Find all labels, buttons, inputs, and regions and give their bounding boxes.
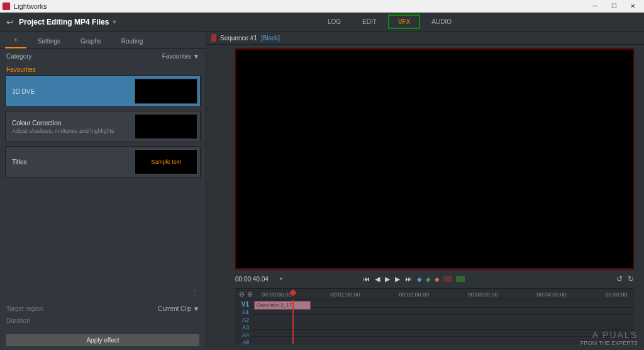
expand-icon[interactable]: › (0, 282, 206, 299)
playhead-line (292, 300, 294, 344)
tab-vfx[interactable]: VFX (388, 14, 420, 29)
time-mark: 00:05:00. (605, 291, 629, 298)
track-label-a3[interactable]: A3 (235, 324, 252, 331)
track-label-a4[interactable]: A4 (235, 331, 252, 339)
sequence-name: Sequence #1 (220, 35, 257, 42)
sequence-header: Sequence #1 [Black] (206, 31, 644, 45)
step-forward-button[interactable]: ▶ (395, 275, 400, 283)
apply-effect-button[interactable]: Apply effect (6, 334, 199, 346)
top-toolbar: ↩ Project Editing MP4 Files ▼ LOG EDIT V… (0, 13, 644, 31)
track-label-a2[interactable]: A2 (235, 316, 252, 324)
zoom-out-icon[interactable]: ⊖ (239, 290, 245, 298)
loop-button[interactable]: ↺ (616, 274, 623, 283)
mode-tabs: LOG EDIT VFX AUDIO (318, 14, 462, 29)
effect-thumbnail (135, 79, 197, 104)
window-titlebar: Lightworks ─ ☐ ✕ (0, 0, 644, 13)
project-dropdown-icon[interactable]: ▼ (111, 19, 117, 25)
playback-bar: 00:00:40.04 ▼ ⏮ ◀ ▶ ▶ ⏭ ◆ ◆ ◆ (206, 272, 644, 286)
track-row-a4[interactable] (252, 330, 634, 337)
track-label-v1[interactable]: V1 (235, 300, 252, 308)
sequence-marker-icon (211, 34, 216, 42)
back-icon[interactable]: ↩ (6, 17, 14, 27)
sample-text: Sample text (151, 159, 181, 165)
time-mark: 00:04:00.00 (536, 291, 567, 298)
tab-log[interactable]: LOG (318, 14, 351, 29)
target-region-row: Target region Current Clip ▼ (6, 303, 199, 315)
loop-controls: ↺ ↻ (616, 274, 634, 283)
mark-out-range-button[interactable] (456, 276, 465, 282)
time-mark: 00:03:00.00 (468, 291, 498, 298)
track-rows[interactable]: Calculator 2_17 (252, 300, 634, 344)
minimize-button[interactable]: ─ (586, 1, 604, 12)
app-body: ↩ Project Editing MP4 Files ▼ LOG EDIT V… (0, 13, 644, 350)
marker-controls: ◆ ◆ ◆ (417, 276, 465, 283)
close-button[interactable]: ✕ (624, 1, 641, 12)
timecode-display: 00:00:40.04 (235, 276, 269, 283)
category-row: Category Favourites ▼ (0, 49, 206, 64)
track-row-a3[interactable] (252, 322, 634, 330)
project-title[interactable]: Project Editing MP4 Files (19, 18, 109, 26)
transport-controls: ⏮ ◀ ▶ ▶ ⏭ ◆ ◆ ◆ (363, 275, 465, 283)
track-row-all[interactable] (252, 337, 634, 344)
tab-edit[interactable]: EDIT (352, 14, 387, 29)
play-button[interactable]: ▶ (385, 275, 390, 283)
sequence-black-label: [Black] (261, 35, 280, 42)
target-region-dropdown[interactable]: Current Clip ▼ (158, 305, 199, 312)
effects-panel: + Settings Graphs Routing Category Favou… (0, 31, 206, 350)
subtab-routing[interactable]: Routing (113, 34, 152, 48)
step-back-button[interactable]: ◀ (375, 275, 380, 283)
timeline-tracks: V1 A1 A2 A3 A4 All Calculator 2_17 (235, 300, 634, 344)
track-row-a1[interactable] (252, 308, 634, 315)
time-mark: 00:01:00.00 (330, 291, 360, 298)
loop-range-button[interactable]: ↻ (628, 274, 634, 283)
effect-3d-dve[interactable]: 3D DVE (5, 76, 201, 107)
subtab-add[interactable]: + (5, 33, 26, 48)
effect-titles[interactable]: Titles Sample text (5, 146, 201, 178)
mark-in-button[interactable]: ◆ (417, 276, 422, 283)
clear-marks-button[interactable]: ◆ (435, 276, 440, 283)
effect-description: Adjust shadows, midtones and highlights (12, 128, 131, 134)
track-row-v1[interactable]: Calculator 2_17 (252, 300, 634, 308)
watermark: A PUALS FROM THE EXPERTS (580, 330, 638, 346)
time-mark: 00:02:00.00 (399, 291, 430, 298)
duration-row: Duration (6, 315, 199, 327)
effect-thumbnail (135, 114, 197, 139)
preview-viewport[interactable] (235, 48, 634, 269)
zoom-in-icon[interactable]: ⊕ (247, 290, 253, 298)
titlebar-left: Lightworks (3, 3, 47, 10)
timeline-ruler[interactable]: ⊖ ⊕ 00:00:00.00 00:01:00.00 00:02:00.00 … (235, 289, 634, 300)
mark-out-button[interactable]: ◆ (426, 276, 431, 283)
time-mark: 00:00:00.00 (262, 291, 292, 298)
timeline: ⊖ ⊕ 00:00:00.00 00:01:00.00 00:02:00.00 … (235, 288, 634, 344)
watermark-subtext: FROM THE EXPERTS (580, 340, 638, 346)
favourites-header: Favourites (0, 64, 206, 76)
subtab-graphs[interactable]: Graphs (72, 34, 110, 48)
duration-label: Duration (6, 317, 30, 324)
watermark-text: A PUALS (580, 330, 638, 340)
target-region-label: Target region (6, 305, 43, 312)
maximize-button[interactable]: ☐ (605, 1, 623, 12)
category-label: Category (6, 53, 32, 60)
apply-options: Target region Current Clip ▼ Duration (0, 299, 206, 330)
goto-start-button[interactable]: ⏮ (363, 275, 370, 283)
effects-subtabs: + Settings Graphs Routing (0, 31, 206, 49)
track-label-all[interactable]: All (235, 339, 252, 346)
category-dropdown[interactable]: Favourites ▼ (162, 53, 199, 60)
zoom-controls: ⊖ ⊕ (235, 290, 257, 298)
timecode-dropdown-icon[interactable]: ▼ (279, 276, 284, 282)
window-controls: ─ ☐ ✕ (586, 1, 641, 12)
subtab-settings[interactable]: Settings (29, 34, 69, 48)
goto-end-button[interactable]: ⏭ (405, 275, 412, 283)
effect-name: 3D DVE (12, 88, 131, 95)
track-labels: V1 A1 A2 A3 A4 All (235, 300, 252, 344)
effect-name: Titles (12, 159, 131, 166)
track-row-a2[interactable] (252, 315, 634, 322)
preview-frame (236, 49, 633, 269)
effect-colour-correction[interactable]: Colour Correction Adjust shadows, midton… (5, 111, 201, 142)
spacer (0, 181, 206, 282)
tab-audio[interactable]: AUDIO (421, 14, 462, 29)
main-area: + Settings Graphs Routing Category Favou… (0, 31, 644, 350)
app-title: Lightworks (14, 3, 47, 10)
mark-in-range-button[interactable] (443, 276, 452, 282)
track-label-a1[interactable]: A1 (235, 308, 252, 316)
